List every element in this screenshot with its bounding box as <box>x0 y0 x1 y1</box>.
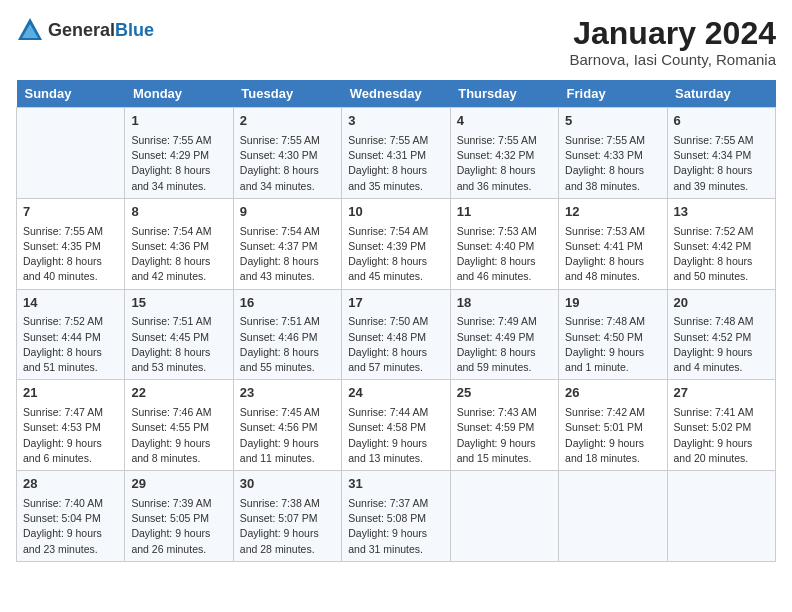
day-info: Sunrise: 7:51 AM Sunset: 4:45 PM Dayligh… <box>131 314 226 375</box>
day-info: Sunrise: 7:47 AM Sunset: 4:53 PM Dayligh… <box>23 405 118 466</box>
day-info: Sunrise: 7:55 AM Sunset: 4:32 PM Dayligh… <box>457 133 552 194</box>
day-cell: 30Sunrise: 7:38 AM Sunset: 5:07 PM Dayli… <box>233 471 341 562</box>
day-info: Sunrise: 7:52 AM Sunset: 4:44 PM Dayligh… <box>23 314 118 375</box>
day-number: 7 <box>23 203 118 222</box>
day-number: 19 <box>565 294 660 313</box>
day-info: Sunrise: 7:40 AM Sunset: 5:04 PM Dayligh… <box>23 496 118 557</box>
header-cell-tuesday: Tuesday <box>233 80 341 108</box>
day-info: Sunrise: 7:43 AM Sunset: 4:59 PM Dayligh… <box>457 405 552 466</box>
header-cell-monday: Monday <box>125 80 233 108</box>
day-number: 11 <box>457 203 552 222</box>
day-cell: 12Sunrise: 7:53 AM Sunset: 4:41 PM Dayli… <box>559 198 667 289</box>
header-cell-thursday: Thursday <box>450 80 558 108</box>
day-cell: 1Sunrise: 7:55 AM Sunset: 4:29 PM Daylig… <box>125 108 233 199</box>
day-number: 5 <box>565 112 660 131</box>
day-info: Sunrise: 7:39 AM Sunset: 5:05 PM Dayligh… <box>131 496 226 557</box>
day-info: Sunrise: 7:55 AM Sunset: 4:34 PM Dayligh… <box>674 133 769 194</box>
day-info: Sunrise: 7:42 AM Sunset: 5:01 PM Dayligh… <box>565 405 660 466</box>
day-info: Sunrise: 7:51 AM Sunset: 4:46 PM Dayligh… <box>240 314 335 375</box>
day-cell: 20Sunrise: 7:48 AM Sunset: 4:52 PM Dayli… <box>667 289 775 380</box>
day-number: 26 <box>565 384 660 403</box>
header-cell-wednesday: Wednesday <box>342 80 450 108</box>
day-number: 18 <box>457 294 552 313</box>
calendar-body: 1Sunrise: 7:55 AM Sunset: 4:29 PM Daylig… <box>17 108 776 562</box>
main-title: January 2024 <box>570 16 777 51</box>
day-cell: 17Sunrise: 7:50 AM Sunset: 4:48 PM Dayli… <box>342 289 450 380</box>
day-info: Sunrise: 7:50 AM Sunset: 4:48 PM Dayligh… <box>348 314 443 375</box>
day-cell <box>450 471 558 562</box>
calendar-header: SundayMondayTuesdayWednesdayThursdayFrid… <box>17 80 776 108</box>
header-cell-saturday: Saturday <box>667 80 775 108</box>
day-cell: 18Sunrise: 7:49 AM Sunset: 4:49 PM Dayli… <box>450 289 558 380</box>
day-number: 10 <box>348 203 443 222</box>
day-info: Sunrise: 7:48 AM Sunset: 4:50 PM Dayligh… <box>565 314 660 375</box>
day-number: 28 <box>23 475 118 494</box>
day-cell: 28Sunrise: 7:40 AM Sunset: 5:04 PM Dayli… <box>17 471 125 562</box>
header-cell-sunday: Sunday <box>17 80 125 108</box>
day-number: 17 <box>348 294 443 313</box>
day-cell: 26Sunrise: 7:42 AM Sunset: 5:01 PM Dayli… <box>559 380 667 471</box>
day-cell <box>559 471 667 562</box>
day-number: 6 <box>674 112 769 131</box>
day-cell: 7Sunrise: 7:55 AM Sunset: 4:35 PM Daylig… <box>17 198 125 289</box>
day-number: 27 <box>674 384 769 403</box>
title-area: January 2024 Barnova, Iasi County, Roman… <box>570 16 777 68</box>
day-cell: 14Sunrise: 7:52 AM Sunset: 4:44 PM Dayli… <box>17 289 125 380</box>
day-info: Sunrise: 7:54 AM Sunset: 4:37 PM Dayligh… <box>240 224 335 285</box>
logo-blue: Blue <box>115 21 154 39</box>
day-number: 8 <box>131 203 226 222</box>
logo-general: General <box>48 21 115 39</box>
day-number: 23 <box>240 384 335 403</box>
day-cell: 19Sunrise: 7:48 AM Sunset: 4:50 PM Dayli… <box>559 289 667 380</box>
header-row: SundayMondayTuesdayWednesdayThursdayFrid… <box>17 80 776 108</box>
calendar-table: SundayMondayTuesdayWednesdayThursdayFrid… <box>16 80 776 562</box>
day-cell: 29Sunrise: 7:39 AM Sunset: 5:05 PM Dayli… <box>125 471 233 562</box>
day-number: 29 <box>131 475 226 494</box>
day-number: 4 <box>457 112 552 131</box>
day-cell: 24Sunrise: 7:44 AM Sunset: 4:58 PM Dayli… <box>342 380 450 471</box>
day-info: Sunrise: 7:55 AM Sunset: 4:30 PM Dayligh… <box>240 133 335 194</box>
day-cell: 2Sunrise: 7:55 AM Sunset: 4:30 PM Daylig… <box>233 108 341 199</box>
header: General Blue January 2024 Barnova, Iasi … <box>16 16 776 68</box>
day-info: Sunrise: 7:49 AM Sunset: 4:49 PM Dayligh… <box>457 314 552 375</box>
day-info: Sunrise: 7:46 AM Sunset: 4:55 PM Dayligh… <box>131 405 226 466</box>
day-info: Sunrise: 7:44 AM Sunset: 4:58 PM Dayligh… <box>348 405 443 466</box>
day-number: 14 <box>23 294 118 313</box>
week-row: 7Sunrise: 7:55 AM Sunset: 4:35 PM Daylig… <box>17 198 776 289</box>
day-cell: 5Sunrise: 7:55 AM Sunset: 4:33 PM Daylig… <box>559 108 667 199</box>
day-info: Sunrise: 7:54 AM Sunset: 4:39 PM Dayligh… <box>348 224 443 285</box>
day-info: Sunrise: 7:54 AM Sunset: 4:36 PM Dayligh… <box>131 224 226 285</box>
week-row: 28Sunrise: 7:40 AM Sunset: 5:04 PM Dayli… <box>17 471 776 562</box>
day-number: 25 <box>457 384 552 403</box>
week-row: 14Sunrise: 7:52 AM Sunset: 4:44 PM Dayli… <box>17 289 776 380</box>
day-cell <box>17 108 125 199</box>
day-number: 9 <box>240 203 335 222</box>
day-number: 24 <box>348 384 443 403</box>
day-cell: 6Sunrise: 7:55 AM Sunset: 4:34 PM Daylig… <box>667 108 775 199</box>
day-number: 30 <box>240 475 335 494</box>
day-cell: 22Sunrise: 7:46 AM Sunset: 4:55 PM Dayli… <box>125 380 233 471</box>
day-info: Sunrise: 7:55 AM Sunset: 4:33 PM Dayligh… <box>565 133 660 194</box>
logo-icon <box>16 16 44 44</box>
day-info: Sunrise: 7:38 AM Sunset: 5:07 PM Dayligh… <box>240 496 335 557</box>
day-info: Sunrise: 7:55 AM Sunset: 4:29 PM Dayligh… <box>131 133 226 194</box>
day-number: 16 <box>240 294 335 313</box>
day-cell: 31Sunrise: 7:37 AM Sunset: 5:08 PM Dayli… <box>342 471 450 562</box>
day-info: Sunrise: 7:37 AM Sunset: 5:08 PM Dayligh… <box>348 496 443 557</box>
day-number: 15 <box>131 294 226 313</box>
day-number: 31 <box>348 475 443 494</box>
header-cell-friday: Friday <box>559 80 667 108</box>
day-number: 22 <box>131 384 226 403</box>
day-info: Sunrise: 7:55 AM Sunset: 4:35 PM Dayligh… <box>23 224 118 285</box>
day-info: Sunrise: 7:53 AM Sunset: 4:40 PM Dayligh… <box>457 224 552 285</box>
week-row: 21Sunrise: 7:47 AM Sunset: 4:53 PM Dayli… <box>17 380 776 471</box>
day-cell: 23Sunrise: 7:45 AM Sunset: 4:56 PM Dayli… <box>233 380 341 471</box>
day-cell: 3Sunrise: 7:55 AM Sunset: 4:31 PM Daylig… <box>342 108 450 199</box>
day-cell: 10Sunrise: 7:54 AM Sunset: 4:39 PM Dayli… <box>342 198 450 289</box>
day-number: 13 <box>674 203 769 222</box>
day-number: 3 <box>348 112 443 131</box>
day-cell: 15Sunrise: 7:51 AM Sunset: 4:45 PM Dayli… <box>125 289 233 380</box>
day-number: 1 <box>131 112 226 131</box>
week-row: 1Sunrise: 7:55 AM Sunset: 4:29 PM Daylig… <box>17 108 776 199</box>
day-cell: 9Sunrise: 7:54 AM Sunset: 4:37 PM Daylig… <box>233 198 341 289</box>
